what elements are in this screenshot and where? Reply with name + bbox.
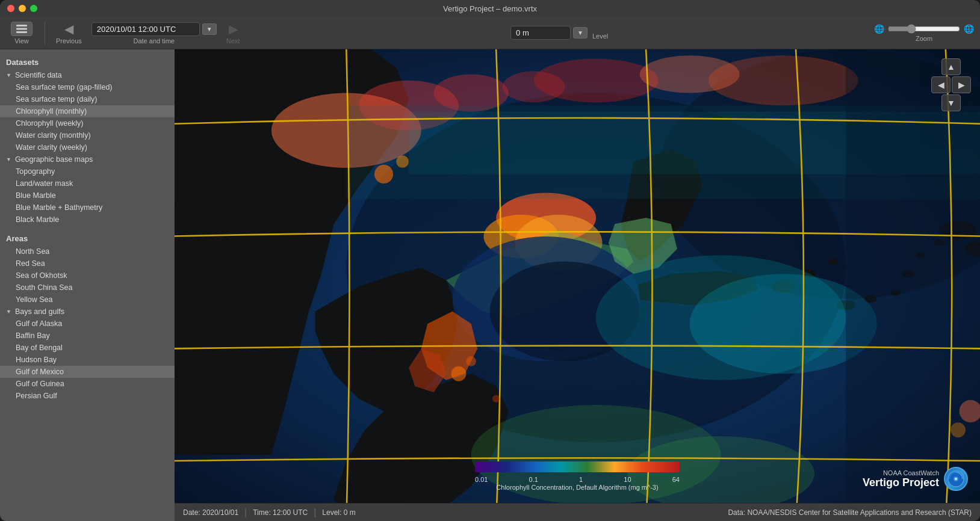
datasets-title: Datasets	[0, 54, 175, 69]
view-button[interactable]	[11, 22, 33, 36]
colorbar-label-0: 0.01	[475, 476, 488, 483]
minimize-button[interactable]	[19, 5, 26, 12]
colorbar-label-2: 1	[579, 476, 583, 483]
svg-rect-0	[16, 25, 27, 26]
list-item[interactable]: Persian Gulf	[0, 390, 175, 402]
item-label: Gulf of Alaska	[16, 319, 62, 328]
list-item[interactable]: Gulf of Guinea	[0, 378, 175, 390]
svg-point-46	[955, 478, 957, 480]
colorbar-gradient	[475, 461, 680, 472]
main-layout: Datasets ▼ Scientific data Sea surface t…	[0, 49, 980, 521]
close-button[interactable]	[7, 5, 14, 12]
item-label: Sea surface temp (gap-filled)	[16, 83, 113, 91]
previous-button[interactable]: ◀	[64, 22, 73, 36]
status-bar: Date: 2020/10/01 | Time: 12:00 UTC | Lev…	[175, 503, 980, 521]
level-group: ▼ Level	[510, 26, 608, 40]
svg-point-30	[709, 55, 858, 105]
geographic-base-maps-group[interactable]: ▼ Geographic base maps	[0, 153, 175, 165]
noaa-subtitle: NOAA CoastWatch	[863, 469, 939, 476]
titlebar: Vertigo Project – demo.vrtx	[0, 0, 980, 17]
item-label: Baffin Bay	[16, 331, 50, 340]
list-item[interactable]: Yellow Sea	[0, 294, 175, 306]
item-label: Gulf of Mexico	[16, 368, 64, 376]
item-label: Red Sea	[16, 259, 45, 268]
item-label: Land/water mask	[16, 179, 73, 188]
list-item[interactable]: Blue Marble	[0, 190, 175, 202]
map-visualization	[175, 49, 980, 521]
pan-up-button[interactable]: ▲	[941, 58, 961, 75]
map-container[interactable]: ▲ ◀ ▶ ▼	[175, 49, 980, 521]
expand-icon: ▼	[6, 309, 11, 315]
datetime-label: Date and time	[134, 37, 175, 45]
item-label: Chlorophyll (weekly)	[16, 119, 84, 128]
item-label: Black Marble	[16, 215, 59, 224]
item-label: Water clarity (monthly)	[16, 131, 91, 140]
list-item[interactable]: Red Sea	[0, 257, 175, 270]
list-item[interactable]: North Sea	[0, 245, 175, 257]
bays-gulfs-group[interactable]: ▼ Bays and gulfs	[0, 306, 175, 318]
list-item[interactable]: Hudson Bay	[0, 354, 175, 366]
list-item[interactable]: Water clarity (weekly)	[0, 141, 175, 153]
scientific-data-label: Scientific data	[15, 71, 62, 79]
list-item[interactable]: Water clarity (monthly)	[0, 129, 175, 141]
svg-point-39	[466, 356, 476, 366]
level-input[interactable]	[510, 26, 571, 40]
pan-left-button[interactable]: ◀	[931, 76, 951, 93]
svg-point-42	[951, 422, 966, 437]
pan-down-button[interactable]: ▼	[941, 94, 961, 111]
view-section: View	[6, 22, 45, 45]
item-label: Topography	[16, 167, 55, 176]
list-item[interactable]: Baffin Bay	[0, 330, 175, 342]
datetime-input[interactable]	[91, 22, 200, 36]
pan-right-button[interactable]: ▶	[952, 76, 971, 93]
colorbar-labels: 0.01 0.1 1 10 64	[475, 476, 680, 483]
zoom-group: 🌐 🌐 Zoom	[874, 24, 974, 42]
datetime-dropdown[interactable]: ▼	[202, 23, 217, 35]
globe-left-icon[interactable]: 🌐	[874, 24, 884, 34]
next-label: Next	[226, 37, 240, 45]
next-button[interactable]: ▶	[229, 22, 238, 36]
list-item[interactable]: Black Marble	[0, 214, 175, 226]
colorbar-label-4: 64	[672, 476, 680, 483]
list-item[interactable]: Sea of Okhotsk	[0, 270, 175, 282]
item-label: Hudson Bay	[16, 356, 57, 364]
map-nav-arrows: ▲ ◀ ▶ ▼	[931, 58, 971, 111]
view-label: View	[14, 37, 29, 45]
item-label: Persian Gulf	[16, 392, 57, 400]
nav-group: ◀ Previous ▼ Date and time ▶ Next	[51, 22, 244, 45]
level-label: Level	[592, 32, 608, 40]
list-item[interactable]: Blue Marble + Bathymetry	[0, 202, 175, 214]
list-item[interactable]: Chlorophyll (weekly)	[0, 117, 175, 129]
svg-rect-33	[846, 49, 980, 521]
svg-point-38	[451, 366, 467, 381]
svg-rect-1	[16, 28, 27, 29]
list-item[interactable]: Gulf of Alaska	[0, 318, 175, 330]
list-item[interactable]: Chlorophyll (monthly)	[0, 105, 175, 117]
noaa-logo-icon	[944, 467, 968, 491]
zoom-slider[interactable]	[888, 24, 960, 34]
noaa-logo: NOAA CoastWatch Vertigo Project	[863, 467, 968, 491]
colorbar-label-1: 0.1	[529, 476, 538, 483]
svg-rect-2	[16, 31, 27, 33]
areas-title: Areas	[0, 230, 175, 245]
list-item[interactable]: Topography	[0, 165, 175, 177]
list-item[interactable]: Sea surface temp (gap-filled)	[0, 81, 175, 93]
svg-point-36	[374, 165, 393, 183]
level-dropdown[interactable]: ▼	[573, 27, 588, 39]
scientific-data-group[interactable]: ▼ Scientific data	[0, 69, 175, 81]
colorbar-label-3: 10	[624, 476, 631, 483]
svg-point-8	[828, 258, 839, 264]
list-item[interactable]: Land/water mask	[0, 177, 175, 190]
sidebar[interactable]: Datasets ▼ Scientific data Sea surface t…	[0, 49, 175, 521]
list-item[interactable]: Sea surface temp (daily)	[0, 93, 175, 105]
list-item[interactable]: South China Sea	[0, 282, 175, 294]
colorbar-title: Chlorophyll Concentration, Default Algor…	[475, 484, 680, 491]
previous-label: Previous	[56, 37, 82, 45]
list-item[interactable]: Bay of Bengal	[0, 342, 175, 354]
maximize-button[interactable]	[30, 5, 37, 12]
window-controls	[7, 5, 37, 12]
globe-right-icon[interactable]: 🌐	[964, 24, 974, 34]
item-label: Blue Marble + Bathymetry	[16, 203, 102, 212]
list-item[interactable]: Gulf of Mexico	[0, 366, 175, 378]
item-label: Chlorophyll (monthly)	[16, 107, 87, 116]
